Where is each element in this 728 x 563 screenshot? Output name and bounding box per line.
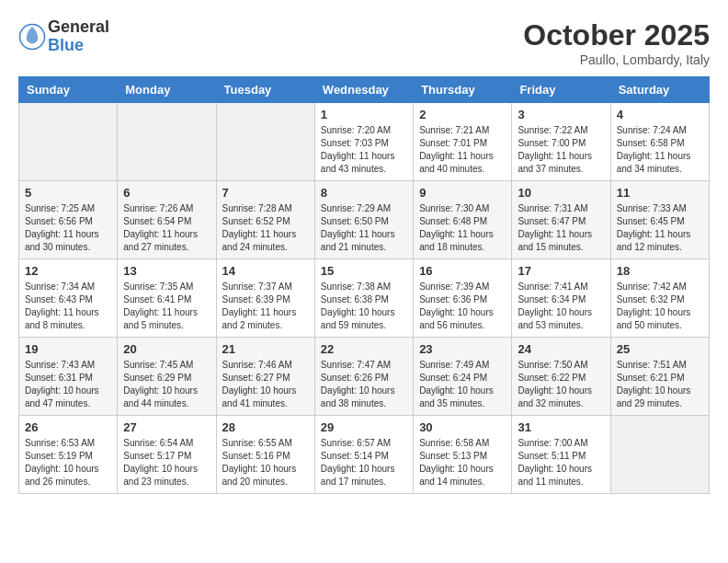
- calendar-cell: 10Sunrise: 7:31 AM Sunset: 6:47 PM Dayli…: [512, 181, 610, 259]
- calendar-cell: 6Sunrise: 7:26 AM Sunset: 6:54 PM Daylig…: [118, 181, 216, 259]
- day-number: 8: [321, 186, 407, 200]
- day-number: 14: [222, 264, 309, 278]
- weekday-header-row: SundayMondayTuesdayWednesdayThursdayFrid…: [19, 77, 710, 103]
- calendar-cell: 22Sunrise: 7:47 AM Sunset: 6:26 PM Dayli…: [314, 338, 413, 416]
- day-number: 23: [419, 342, 506, 356]
- logo-general: General: [48, 18, 109, 37]
- calendar-cell: 26Sunrise: 6:53 AM Sunset: 5:19 PM Dayli…: [19, 416, 118, 494]
- day-info: Sunrise: 7:25 AM Sunset: 6:56 PM Dayligh…: [25, 202, 111, 254]
- calendar-cell: 19Sunrise: 7:43 AM Sunset: 6:31 PM Dayli…: [19, 338, 118, 416]
- calendar-table: SundayMondayTuesdayWednesdayThursdayFrid…: [18, 76, 710, 494]
- day-info: Sunrise: 7:50 AM Sunset: 6:22 PM Dayligh…: [518, 359, 604, 410]
- day-info: Sunrise: 6:57 AM Sunset: 5:14 PM Dayligh…: [321, 437, 407, 488]
- day-info: Sunrise: 7:37 AM Sunset: 6:39 PM Dayligh…: [222, 281, 309, 332]
- calendar-cell: 8Sunrise: 7:29 AM Sunset: 6:50 PM Daylig…: [314, 181, 413, 259]
- day-info: Sunrise: 7:24 AM Sunset: 6:58 PM Dayligh…: [617, 124, 703, 176]
- week-row-4: 19Sunrise: 7:43 AM Sunset: 6:31 PM Dayli…: [19, 338, 710, 416]
- day-info: Sunrise: 7:42 AM Sunset: 6:32 PM Dayligh…: [617, 281, 703, 332]
- day-number: 30: [419, 420, 506, 434]
- day-info: Sunrise: 7:34 AM Sunset: 6:43 PM Dayligh…: [25, 281, 111, 332]
- day-info: Sunrise: 7:43 AM Sunset: 6:31 PM Dayligh…: [25, 359, 111, 410]
- day-number: 2: [419, 108, 506, 121]
- day-info: Sunrise: 7:45 AM Sunset: 6:29 PM Dayligh…: [123, 359, 210, 410]
- day-info: Sunrise: 7:31 AM Sunset: 6:47 PM Dayligh…: [518, 202, 604, 254]
- day-number: 15: [321, 264, 407, 278]
- calendar-cell: 9Sunrise: 7:30 AM Sunset: 6:48 PM Daylig…: [414, 181, 512, 259]
- day-info: Sunrise: 6:58 AM Sunset: 5:13 PM Dayligh…: [419, 437, 506, 488]
- calendar-cell: 11Sunrise: 7:33 AM Sunset: 6:45 PM Dayli…: [610, 181, 709, 259]
- calendar-cell: 28Sunrise: 6:55 AM Sunset: 5:16 PM Dayli…: [216, 416, 314, 494]
- month-title: October 2025: [523, 18, 710, 52]
- day-info: Sunrise: 7:41 AM Sunset: 6:34 PM Dayligh…: [518, 281, 604, 332]
- weekday-header-sunday: Sunday: [19, 77, 118, 103]
- calendar-cell: 14Sunrise: 7:37 AM Sunset: 6:39 PM Dayli…: [216, 259, 314, 338]
- logo: General Blue: [18, 18, 109, 55]
- day-info: Sunrise: 7:46 AM Sunset: 6:27 PM Dayligh…: [222, 359, 309, 410]
- day-info: Sunrise: 7:22 AM Sunset: 7:00 PM Dayligh…: [518, 124, 604, 176]
- calendar-cell: 27Sunrise: 6:54 AM Sunset: 5:17 PM Dayli…: [118, 416, 216, 494]
- day-info: Sunrise: 7:00 AM Sunset: 5:11 PM Dayligh…: [518, 437, 604, 488]
- calendar-cell: 3Sunrise: 7:22 AM Sunset: 7:00 PM Daylig…: [512, 103, 610, 181]
- day-number: 18: [617, 264, 703, 278]
- day-number: 31: [518, 420, 604, 434]
- logo-icon: [18, 23, 46, 51]
- day-info: Sunrise: 7:38 AM Sunset: 6:38 PM Dayligh…: [321, 281, 407, 332]
- day-number: 19: [25, 342, 111, 356]
- calendar-cell: 24Sunrise: 7:50 AM Sunset: 6:22 PM Dayli…: [512, 338, 610, 416]
- calendar-cell: 20Sunrise: 7:45 AM Sunset: 6:29 PM Dayli…: [118, 338, 216, 416]
- day-number: 13: [123, 264, 210, 278]
- day-number: 7: [222, 186, 309, 200]
- day-number: 9: [419, 186, 506, 200]
- day-info: Sunrise: 6:55 AM Sunset: 5:16 PM Dayligh…: [222, 437, 309, 488]
- calendar-cell: [118, 103, 216, 181]
- calendar-cell: 2Sunrise: 7:21 AM Sunset: 7:01 PM Daylig…: [414, 103, 512, 181]
- calendar-cell: 5Sunrise: 7:25 AM Sunset: 6:56 PM Daylig…: [19, 181, 118, 259]
- day-number: 21: [222, 342, 309, 356]
- calendar-cell: 21Sunrise: 7:46 AM Sunset: 6:27 PM Dayli…: [216, 338, 314, 416]
- page-header: General Blue October 2025 Paullo, Lombar…: [18, 18, 710, 67]
- weekday-header-friday: Friday: [512, 77, 610, 103]
- day-info: Sunrise: 6:53 AM Sunset: 5:19 PM Dayligh…: [25, 437, 111, 488]
- location-subtitle: Paullo, Lombardy, Italy: [523, 52, 710, 67]
- day-number: 29: [321, 420, 407, 434]
- calendar-cell: 16Sunrise: 7:39 AM Sunset: 6:36 PM Dayli…: [414, 259, 512, 338]
- day-number: 11: [617, 186, 703, 200]
- day-number: 28: [222, 420, 309, 434]
- day-info: Sunrise: 7:33 AM Sunset: 6:45 PM Dayligh…: [617, 202, 703, 254]
- week-row-2: 5Sunrise: 7:25 AM Sunset: 6:56 PM Daylig…: [19, 181, 710, 259]
- day-number: 10: [518, 186, 604, 200]
- calendar-cell: 25Sunrise: 7:51 AM Sunset: 6:21 PM Dayli…: [610, 338, 709, 416]
- calendar-cell: 30Sunrise: 6:58 AM Sunset: 5:13 PM Dayli…: [414, 416, 512, 494]
- day-number: 24: [518, 342, 604, 356]
- week-row-3: 12Sunrise: 7:34 AM Sunset: 6:43 PM Dayli…: [19, 259, 710, 338]
- day-info: Sunrise: 7:49 AM Sunset: 6:24 PM Dayligh…: [419, 359, 506, 410]
- day-number: 26: [25, 420, 111, 434]
- calendar-cell: [216, 103, 314, 181]
- day-info: Sunrise: 7:39 AM Sunset: 6:36 PM Dayligh…: [419, 281, 506, 332]
- logo-text: General Blue: [48, 18, 109, 55]
- day-number: 27: [123, 420, 210, 434]
- calendar-cell: 31Sunrise: 7:00 AM Sunset: 5:11 PM Dayli…: [512, 416, 610, 494]
- weekday-header-monday: Monday: [118, 77, 216, 103]
- day-info: Sunrise: 7:26 AM Sunset: 6:54 PM Dayligh…: [123, 202, 210, 254]
- calendar-cell: 1Sunrise: 7:20 AM Sunset: 7:03 PM Daylig…: [314, 103, 413, 181]
- day-number: 4: [617, 108, 703, 121]
- day-number: 1: [321, 108, 407, 121]
- calendar-cell: 23Sunrise: 7:49 AM Sunset: 6:24 PM Dayli…: [414, 338, 512, 416]
- day-info: Sunrise: 7:21 AM Sunset: 7:01 PM Dayligh…: [419, 124, 506, 176]
- calendar-cell: [19, 103, 118, 181]
- day-number: 16: [419, 264, 506, 278]
- calendar-cell: 4Sunrise: 7:24 AM Sunset: 6:58 PM Daylig…: [610, 103, 709, 181]
- calendar-cell: 18Sunrise: 7:42 AM Sunset: 6:32 PM Dayli…: [610, 259, 709, 338]
- weekday-header-wednesday: Wednesday: [314, 77, 413, 103]
- calendar-cell: [610, 416, 709, 494]
- calendar-cell: 7Sunrise: 7:28 AM Sunset: 6:52 PM Daylig…: [216, 181, 314, 259]
- day-number: 3: [518, 108, 604, 121]
- day-info: Sunrise: 7:47 AM Sunset: 6:26 PM Dayligh…: [321, 359, 407, 410]
- day-number: 20: [123, 342, 210, 356]
- day-number: 22: [321, 342, 407, 356]
- title-section: October 2025 Paullo, Lombardy, Italy: [523, 18, 710, 67]
- weekday-header-saturday: Saturday: [610, 77, 709, 103]
- day-info: Sunrise: 7:51 AM Sunset: 6:21 PM Dayligh…: [617, 359, 703, 410]
- day-number: 25: [617, 342, 703, 356]
